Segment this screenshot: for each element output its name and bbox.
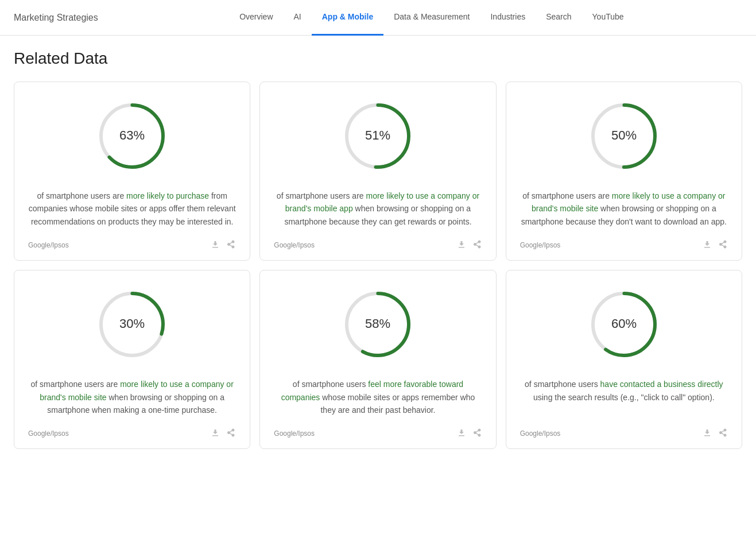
svg-text:50%: 50%	[611, 128, 637, 142]
nav-item-search[interactable]: Search	[536, 0, 581, 36]
card-highlight-0: more likely to purchase	[126, 191, 209, 200]
card-highlight-4: feel more favorable toward companies	[281, 380, 464, 401]
card-text-0: of smartphone users are more likely to p…	[28, 189, 236, 228]
card-footer-0: Google/Ipsos	[28, 239, 236, 251]
card-highlight-5: have contacted a business directly	[600, 380, 723, 389]
download-icon-2[interactable]	[703, 239, 712, 251]
svg-text:60%: 60%	[611, 316, 637, 331]
main-nav: OverviewAIApp & MobileData & Measurement…	[121, 0, 742, 36]
share-icon-2[interactable]	[719, 239, 728, 251]
card-5: 60%of smartphone users have contacted a …	[506, 270, 742, 449]
card-footer-5: Google/Ipsos	[520, 428, 728, 439]
card-1: 51%of smartphone users are more likely t…	[259, 82, 496, 261]
card-text-4: of smartphone users feel more favorable …	[274, 378, 482, 416]
card-2: 50%of smartphone users are more likely t…	[506, 82, 742, 261]
svg-text:58%: 58%	[365, 316, 390, 331]
card-chart-1: 51%	[338, 96, 418, 178]
card-text-3: of smartphone users are more likely to u…	[28, 378, 236, 416]
share-icon-0[interactable]	[227, 239, 236, 251]
card-source-5: Google/Ipsos	[520, 429, 561, 438]
svg-text:51%: 51%	[365, 128, 390, 142]
share-icon-1[interactable]	[473, 239, 482, 251]
nav-item-industries[interactable]: Industries	[480, 0, 536, 36]
card-3: 30%of smartphone users are more likely t…	[14, 270, 250, 449]
share-icon-5[interactable]	[719, 428, 728, 439]
download-icon-5[interactable]	[703, 428, 712, 439]
svg-text:63%: 63%	[119, 128, 145, 142]
card-source-1: Google/Ipsos	[274, 241, 315, 249]
card-footer-1: Google/Ipsos	[274, 239, 482, 251]
card-actions-0	[211, 239, 236, 251]
card-text-5: of smartphone users have contacted a bus…	[520, 378, 728, 416]
card-text-2: of smartphone users are more likely to u…	[520, 189, 728, 228]
card-actions-1	[457, 239, 482, 251]
card-source-2: Google/Ipsos	[520, 241, 561, 249]
nav-item-overview[interactable]: Overview	[229, 0, 283, 36]
download-icon-1[interactable]	[457, 239, 466, 251]
card-4: 58%of smartphone users feel more favorab…	[259, 270, 496, 449]
card-text-1: of smartphone users are more likely to u…	[274, 189, 482, 228]
card-chart-4: 58%	[338, 284, 418, 366]
app-title: Marketing Strategies	[14, 13, 98, 23]
nav-item-app---mobile[interactable]: App & Mobile	[312, 0, 383, 36]
nav-item-data---measurement[interactable]: Data & Measurement	[383, 0, 480, 36]
card-chart-2: 50%	[584, 96, 664, 178]
share-icon-4[interactable]	[473, 428, 482, 439]
nav-item-ai[interactable]: AI	[284, 0, 312, 36]
card-0: 63%of smartphone users are more likely t…	[14, 82, 250, 261]
card-highlight-1: more likely to use a company or brand's …	[285, 191, 479, 213]
svg-text:30%: 30%	[119, 316, 145, 331]
card-source-3: Google/Ipsos	[28, 429, 69, 438]
card-actions-5	[703, 428, 728, 439]
card-footer-4: Google/Ipsos	[274, 428, 482, 439]
share-icon-3[interactable]	[227, 428, 236, 439]
header: Marketing Strategies OverviewAIApp & Mob…	[0, 0, 756, 36]
page-content: Related Data 63%of smartphone users are …	[0, 36, 756, 472]
download-icon-4[interactable]	[457, 428, 466, 439]
card-chart-0: 63%	[92, 96, 172, 178]
cards-grid: 63%of smartphone users are more likely t…	[14, 82, 742, 449]
card-footer-3: Google/Ipsos	[28, 428, 236, 439]
card-footer-2: Google/Ipsos	[520, 239, 728, 251]
section-title: Related Data	[14, 49, 742, 68]
card-chart-3: 30%	[92, 284, 172, 366]
download-icon-0[interactable]	[211, 239, 220, 251]
card-actions-3	[211, 428, 236, 439]
card-source-0: Google/Ipsos	[28, 241, 69, 249]
card-chart-5: 60%	[584, 284, 664, 366]
card-actions-4	[457, 428, 482, 439]
card-highlight-3: more likely to use a company or brand's …	[40, 380, 234, 401]
nav-item-youtube[interactable]: YouTube	[582, 0, 634, 36]
card-actions-2	[703, 239, 728, 251]
card-highlight-2: more likely to use a company or brand's …	[532, 191, 726, 213]
download-icon-3[interactable]	[211, 428, 220, 439]
card-source-4: Google/Ipsos	[274, 429, 315, 438]
